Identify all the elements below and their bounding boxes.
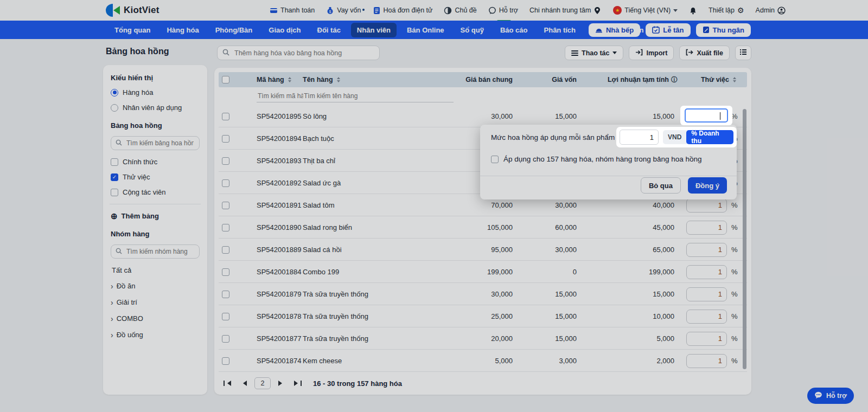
focused-commission-spotlight — [680, 106, 732, 125]
unit-vnd-option[interactable]: VND — [663, 133, 686, 141]
focused-commission-input[interactable] — [685, 108, 728, 123]
text-caret — [720, 112, 720, 120]
unit-toggle: VND % Doanh thu — [663, 130, 733, 144]
unit-percent-option[interactable]: % Doanh thu — [686, 130, 733, 144]
dialog-input-spotlight: VND % Doanh thu — [616, 127, 737, 147]
dim-overlay — [0, 0, 868, 412]
commission-value-input[interactable] — [620, 130, 659, 145]
app: KiotViet Thanh toán $ Vay vốn Hoá đơ — [0, 0, 868, 412]
